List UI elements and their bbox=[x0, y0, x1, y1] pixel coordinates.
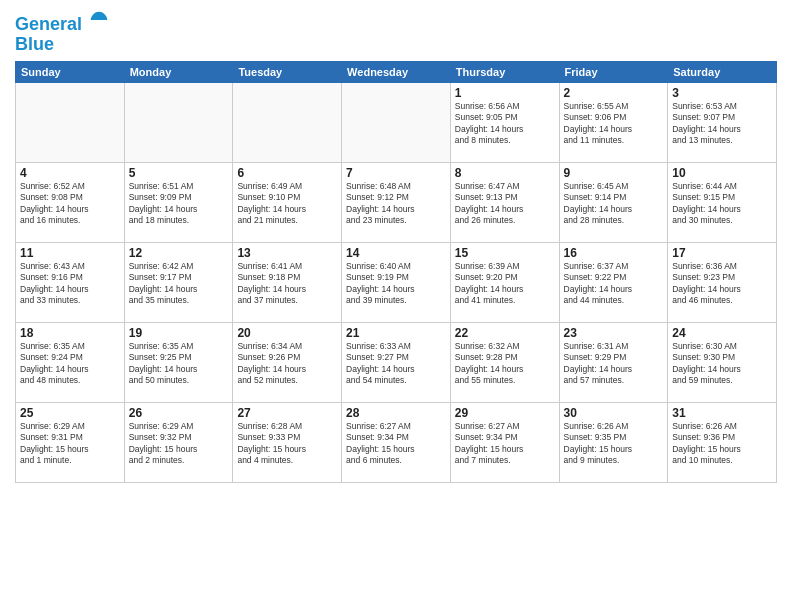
day-info: Sunrise: 6:36 AM Sunset: 9:23 PM Dayligh… bbox=[672, 261, 772, 307]
col-header-tuesday: Tuesday bbox=[233, 61, 342, 82]
page: General Blue SundayMondayTuesdayWednesda… bbox=[0, 0, 792, 612]
day-info: Sunrise: 6:27 AM Sunset: 9:34 PM Dayligh… bbox=[346, 421, 446, 467]
day-info: Sunrise: 6:26 AM Sunset: 9:36 PM Dayligh… bbox=[672, 421, 772, 467]
day-number: 17 bbox=[672, 246, 772, 260]
day-cell: 20Sunrise: 6:34 AM Sunset: 9:26 PM Dayli… bbox=[233, 322, 342, 402]
day-number: 23 bbox=[564, 326, 664, 340]
day-info: Sunrise: 6:26 AM Sunset: 9:35 PM Dayligh… bbox=[564, 421, 664, 467]
day-number: 14 bbox=[346, 246, 446, 260]
day-cell: 24Sunrise: 6:30 AM Sunset: 9:30 PM Dayli… bbox=[668, 322, 777, 402]
day-cell: 15Sunrise: 6:39 AM Sunset: 9:20 PM Dayli… bbox=[450, 242, 559, 322]
day-info: Sunrise: 6:49 AM Sunset: 9:10 PM Dayligh… bbox=[237, 181, 337, 227]
day-info: Sunrise: 6:43 AM Sunset: 9:16 PM Dayligh… bbox=[20, 261, 120, 307]
day-number: 18 bbox=[20, 326, 120, 340]
week-row-4: 25Sunrise: 6:29 AM Sunset: 9:31 PM Dayli… bbox=[16, 402, 777, 482]
logo-text: General bbox=[15, 10, 109, 35]
day-cell: 11Sunrise: 6:43 AM Sunset: 9:16 PM Dayli… bbox=[16, 242, 125, 322]
logo-general: General bbox=[15, 14, 82, 34]
day-info: Sunrise: 6:34 AM Sunset: 9:26 PM Dayligh… bbox=[237, 341, 337, 387]
day-cell: 16Sunrise: 6:37 AM Sunset: 9:22 PM Dayli… bbox=[559, 242, 668, 322]
day-cell: 7Sunrise: 6:48 AM Sunset: 9:12 PM Daylig… bbox=[342, 162, 451, 242]
day-number: 27 bbox=[237, 406, 337, 420]
day-cell: 12Sunrise: 6:42 AM Sunset: 9:17 PM Dayli… bbox=[124, 242, 233, 322]
day-cell: 21Sunrise: 6:33 AM Sunset: 9:27 PM Dayli… bbox=[342, 322, 451, 402]
week-row-3: 18Sunrise: 6:35 AM Sunset: 9:24 PM Dayli… bbox=[16, 322, 777, 402]
week-row-1: 4Sunrise: 6:52 AM Sunset: 9:08 PM Daylig… bbox=[16, 162, 777, 242]
day-info: Sunrise: 6:27 AM Sunset: 9:34 PM Dayligh… bbox=[455, 421, 555, 467]
day-number: 6 bbox=[237, 166, 337, 180]
col-header-wednesday: Wednesday bbox=[342, 61, 451, 82]
day-number: 9 bbox=[564, 166, 664, 180]
day-info: Sunrise: 6:48 AM Sunset: 9:12 PM Dayligh… bbox=[346, 181, 446, 227]
header: General Blue bbox=[15, 10, 777, 55]
day-info: Sunrise: 6:29 AM Sunset: 9:31 PM Dayligh… bbox=[20, 421, 120, 467]
day-number: 10 bbox=[672, 166, 772, 180]
day-number: 26 bbox=[129, 406, 229, 420]
day-info: Sunrise: 6:56 AM Sunset: 9:05 PM Dayligh… bbox=[455, 101, 555, 147]
day-cell: 3Sunrise: 6:53 AM Sunset: 9:07 PM Daylig… bbox=[668, 82, 777, 162]
day-cell: 17Sunrise: 6:36 AM Sunset: 9:23 PM Dayli… bbox=[668, 242, 777, 322]
day-cell: 19Sunrise: 6:35 AM Sunset: 9:25 PM Dayli… bbox=[124, 322, 233, 402]
day-info: Sunrise: 6:35 AM Sunset: 9:25 PM Dayligh… bbox=[129, 341, 229, 387]
day-number: 16 bbox=[564, 246, 664, 260]
day-number: 30 bbox=[564, 406, 664, 420]
day-cell: 27Sunrise: 6:28 AM Sunset: 9:33 PM Dayli… bbox=[233, 402, 342, 482]
day-info: Sunrise: 6:35 AM Sunset: 9:24 PM Dayligh… bbox=[20, 341, 120, 387]
day-cell: 26Sunrise: 6:29 AM Sunset: 9:32 PM Dayli… bbox=[124, 402, 233, 482]
day-number: 3 bbox=[672, 86, 772, 100]
day-info: Sunrise: 6:39 AM Sunset: 9:20 PM Dayligh… bbox=[455, 261, 555, 307]
day-cell: 31Sunrise: 6:26 AM Sunset: 9:36 PM Dayli… bbox=[668, 402, 777, 482]
day-info: Sunrise: 6:42 AM Sunset: 9:17 PM Dayligh… bbox=[129, 261, 229, 307]
day-number: 31 bbox=[672, 406, 772, 420]
day-number: 19 bbox=[129, 326, 229, 340]
day-number: 12 bbox=[129, 246, 229, 260]
day-number: 29 bbox=[455, 406, 555, 420]
day-number: 13 bbox=[237, 246, 337, 260]
col-header-thursday: Thursday bbox=[450, 61, 559, 82]
day-number: 28 bbox=[346, 406, 446, 420]
day-number: 4 bbox=[20, 166, 120, 180]
calendar: SundayMondayTuesdayWednesdayThursdayFrid… bbox=[15, 61, 777, 483]
day-info: Sunrise: 6:52 AM Sunset: 9:08 PM Dayligh… bbox=[20, 181, 120, 227]
day-number: 22 bbox=[455, 326, 555, 340]
week-row-2: 11Sunrise: 6:43 AM Sunset: 9:16 PM Dayli… bbox=[16, 242, 777, 322]
week-row-0: 1Sunrise: 6:56 AM Sunset: 9:05 PM Daylig… bbox=[16, 82, 777, 162]
logo-blue: Blue bbox=[15, 35, 109, 55]
day-number: 1 bbox=[455, 86, 555, 100]
day-info: Sunrise: 6:44 AM Sunset: 9:15 PM Dayligh… bbox=[672, 181, 772, 227]
day-cell: 28Sunrise: 6:27 AM Sunset: 9:34 PM Dayli… bbox=[342, 402, 451, 482]
day-number: 25 bbox=[20, 406, 120, 420]
day-cell: 8Sunrise: 6:47 AM Sunset: 9:13 PM Daylig… bbox=[450, 162, 559, 242]
day-cell: 25Sunrise: 6:29 AM Sunset: 9:31 PM Dayli… bbox=[16, 402, 125, 482]
day-number: 15 bbox=[455, 246, 555, 260]
day-cell: 23Sunrise: 6:31 AM Sunset: 9:29 PM Dayli… bbox=[559, 322, 668, 402]
day-info: Sunrise: 6:31 AM Sunset: 9:29 PM Dayligh… bbox=[564, 341, 664, 387]
day-number: 24 bbox=[672, 326, 772, 340]
day-info: Sunrise: 6:40 AM Sunset: 9:19 PM Dayligh… bbox=[346, 261, 446, 307]
day-number: 20 bbox=[237, 326, 337, 340]
day-cell: 6Sunrise: 6:49 AM Sunset: 9:10 PM Daylig… bbox=[233, 162, 342, 242]
day-number: 5 bbox=[129, 166, 229, 180]
col-header-monday: Monday bbox=[124, 61, 233, 82]
day-info: Sunrise: 6:45 AM Sunset: 9:14 PM Dayligh… bbox=[564, 181, 664, 227]
day-number: 8 bbox=[455, 166, 555, 180]
day-cell: 30Sunrise: 6:26 AM Sunset: 9:35 PM Dayli… bbox=[559, 402, 668, 482]
day-cell bbox=[233, 82, 342, 162]
day-info: Sunrise: 6:32 AM Sunset: 9:28 PM Dayligh… bbox=[455, 341, 555, 387]
day-cell: 29Sunrise: 6:27 AM Sunset: 9:34 PM Dayli… bbox=[450, 402, 559, 482]
day-cell bbox=[124, 82, 233, 162]
day-info: Sunrise: 6:29 AM Sunset: 9:32 PM Dayligh… bbox=[129, 421, 229, 467]
logo-icon bbox=[89, 10, 109, 30]
col-header-friday: Friday bbox=[559, 61, 668, 82]
day-cell: 22Sunrise: 6:32 AM Sunset: 9:28 PM Dayli… bbox=[450, 322, 559, 402]
day-cell: 9Sunrise: 6:45 AM Sunset: 9:14 PM Daylig… bbox=[559, 162, 668, 242]
day-number: 7 bbox=[346, 166, 446, 180]
day-info: Sunrise: 6:28 AM Sunset: 9:33 PM Dayligh… bbox=[237, 421, 337, 467]
day-info: Sunrise: 6:47 AM Sunset: 9:13 PM Dayligh… bbox=[455, 181, 555, 227]
day-number: 21 bbox=[346, 326, 446, 340]
day-cell: 18Sunrise: 6:35 AM Sunset: 9:24 PM Dayli… bbox=[16, 322, 125, 402]
day-cell: 14Sunrise: 6:40 AM Sunset: 9:19 PM Dayli… bbox=[342, 242, 451, 322]
day-cell bbox=[16, 82, 125, 162]
logo: General Blue bbox=[15, 10, 109, 55]
col-header-saturday: Saturday bbox=[668, 61, 777, 82]
